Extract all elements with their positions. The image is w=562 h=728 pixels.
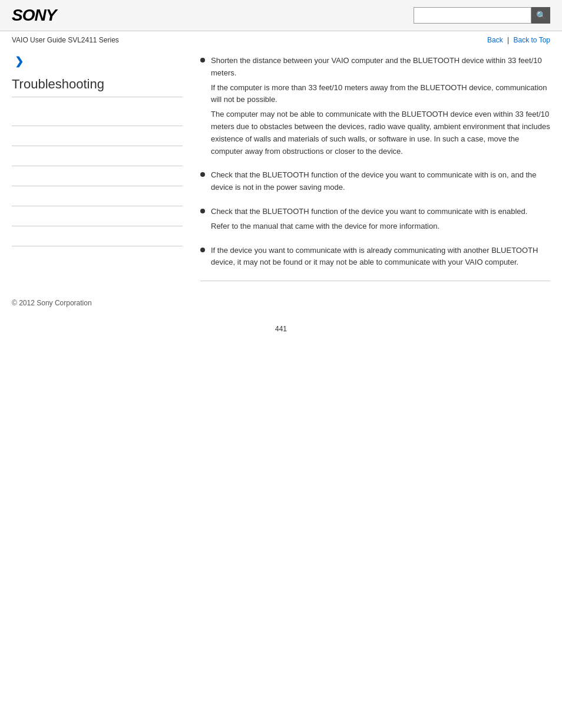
list-item xyxy=(12,106,183,126)
sidebar-title: Troubleshooting xyxy=(12,77,183,97)
sidebar-chevron[interactable]: ❯ xyxy=(15,55,183,68)
content-area: Shorten the distance between your VAIO c… xyxy=(194,55,550,281)
content-bottom-border xyxy=(200,281,550,281)
bullet-item: Check that the BLUETOOTH function of the… xyxy=(200,206,550,233)
bullet-text: If the device you want to communicate wi… xyxy=(211,245,550,269)
bullet-dot xyxy=(200,248,205,252)
list-item xyxy=(12,166,183,186)
sidebar: ❯ Troubleshooting xyxy=(12,55,194,281)
bullet-item: Shorten the distance between your VAIO c… xyxy=(200,55,550,157)
footer: © 2012 Sony Corporation xyxy=(0,287,562,319)
back-to-top-link[interactable]: Back to Top xyxy=(514,36,550,44)
bullet-list: Shorten the distance between your VAIO c… xyxy=(200,55,550,269)
search-area: 🔍 xyxy=(414,7,550,24)
copyright: © 2012 Sony Corporation xyxy=(12,299,92,307)
bullet-text: Check that the BLUETOOTH function of the… xyxy=(211,169,550,194)
search-icon: 🔍 xyxy=(536,11,546,20)
bullet-dot xyxy=(200,172,205,177)
bullet-text: Shorten the distance between your VAIO c… xyxy=(211,55,550,157)
sidebar-links xyxy=(12,106,183,246)
back-link[interactable]: Back xyxy=(487,36,503,44)
bullet-dot xyxy=(200,58,205,62)
bullet-text: Check that the BLUETOOTH function of the… xyxy=(211,206,550,233)
bullet-dot xyxy=(200,209,205,213)
bullet-item: If the device you want to communicate wi… xyxy=(200,245,550,269)
list-item xyxy=(12,186,183,206)
list-item xyxy=(12,126,183,146)
header: SONY 🔍 xyxy=(0,0,562,31)
nav-bar: VAIO User Guide SVL2411 Series Back | Ba… xyxy=(0,31,562,49)
list-item xyxy=(12,206,183,226)
list-item xyxy=(12,146,183,166)
main-content: ❯ Troubleshooting Shorten the distance b… xyxy=(0,49,562,287)
guide-title: VAIO User Guide SVL2411 Series xyxy=(12,36,119,44)
search-button[interactable]: 🔍 xyxy=(531,7,550,24)
nav-separator: | xyxy=(507,36,509,44)
search-input[interactable] xyxy=(414,7,531,24)
nav-links: Back | Back to Top xyxy=(487,36,550,44)
page-number: 441 xyxy=(0,319,562,339)
sony-logo: SONY xyxy=(12,6,56,25)
bullet-item: Check that the BLUETOOTH function of the… xyxy=(200,169,550,194)
list-item xyxy=(12,226,183,246)
